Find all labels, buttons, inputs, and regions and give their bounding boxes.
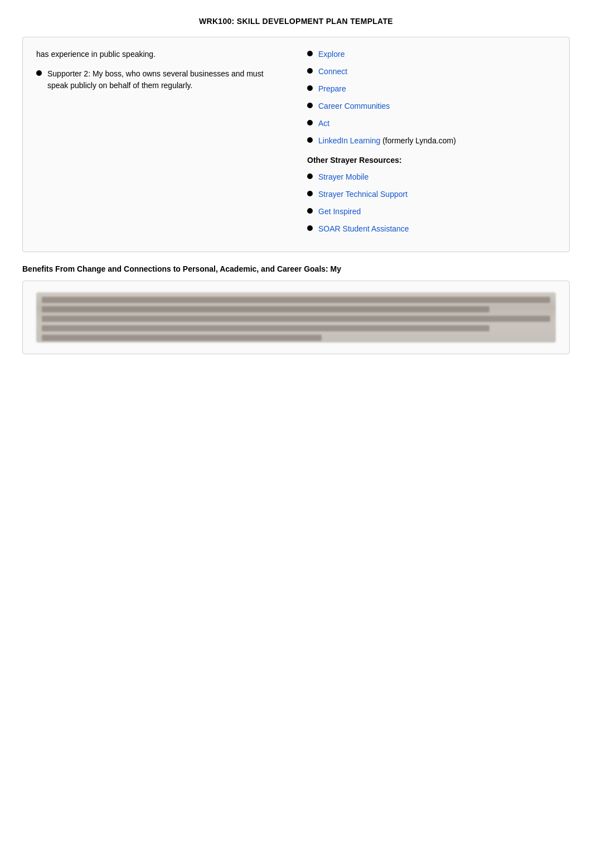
blurred-image xyxy=(36,292,556,343)
page-title: WRK100: SKILL DEVELOPMENT PLAN TEMPLATE xyxy=(199,17,393,26)
bullet-dot-icon xyxy=(36,70,42,76)
benefits-label-suffix: My xyxy=(328,264,341,273)
links-list: Explore Connect Prepare Career Communiti… xyxy=(307,49,556,147)
link-item-act: Act xyxy=(307,118,556,129)
act-link[interactable]: Act xyxy=(318,118,329,129)
blurred-content-card xyxy=(22,281,570,354)
experience-text: has experience in public speaking. xyxy=(36,49,285,60)
connect-link[interactable]: Connect xyxy=(318,66,347,78)
prepare-link[interactable]: Prepare xyxy=(318,83,346,95)
linkedin-suffix: (formerly Lynda.com) xyxy=(380,136,456,145)
strayer-tech-support-link[interactable]: Strayer Technical Support xyxy=(318,189,407,200)
link-item-explore: Explore xyxy=(307,49,556,60)
soar-link[interactable]: SOAR Student Assistance xyxy=(318,223,409,235)
bullet-dot-icon xyxy=(307,120,313,126)
strayer-mobile-link[interactable]: Strayer Mobile xyxy=(318,171,368,183)
benefits-label-text: Benefits From Change and Connections to … xyxy=(22,264,328,273)
benefits-section: Benefits From Change and Connections to … xyxy=(22,263,570,354)
bullet-dot-icon xyxy=(307,137,313,143)
link-item-connect: Connect xyxy=(307,66,556,78)
explore-link[interactable]: Explore xyxy=(318,49,344,60)
resource-item-get-inspired: Get Inspired xyxy=(307,206,556,218)
career-communities-link[interactable]: Career Communities xyxy=(318,100,390,112)
resource-item-tech-support: Strayer Technical Support xyxy=(307,189,556,200)
page-header: WRK100: SKILL DEVELOPMENT PLAN TEMPLATE xyxy=(22,17,570,26)
benefits-label: Benefits From Change and Connections to … xyxy=(22,263,570,275)
bullet-dot-icon xyxy=(307,85,313,91)
bullet-dot-icon xyxy=(307,225,313,231)
bullet-dot-icon xyxy=(307,208,313,214)
supporter2-item: Supporter 2: My boss, who owns several b… xyxy=(36,68,285,91)
resources-list: Strayer Mobile Strayer Technical Support… xyxy=(307,171,556,235)
bullet-dot-icon xyxy=(307,68,313,74)
link-item-linkedin: LinkedIn Learning (formerly Lynda.com) xyxy=(307,135,556,147)
bullet-dot-icon xyxy=(307,51,313,56)
link-item-prepare: Prepare xyxy=(307,83,556,95)
linkedin-link[interactable]: LinkedIn Learning xyxy=(318,136,380,145)
left-column: has experience in public speaking. Suppo… xyxy=(36,49,290,240)
main-card: has experience in public speaking. Suppo… xyxy=(22,37,570,252)
link-item-career-communities: Career Communities xyxy=(307,100,556,112)
bullet-dot-icon xyxy=(307,103,313,108)
linkedin-link-wrapper: LinkedIn Learning (formerly Lynda.com) xyxy=(318,135,456,147)
bullet-dot-icon xyxy=(307,173,313,179)
supporter2-text: Supporter 2: My boss, who owns several b… xyxy=(47,68,285,91)
resource-item-soar: SOAR Student Assistance xyxy=(307,223,556,235)
get-inspired-link[interactable]: Get Inspired xyxy=(318,206,361,218)
resource-item-mobile: Strayer Mobile xyxy=(307,171,556,183)
other-resources-title: Other Strayer Resources: xyxy=(307,156,556,165)
bullet-dot-icon xyxy=(307,191,313,196)
right-column: Explore Connect Prepare Career Communiti… xyxy=(307,49,556,240)
